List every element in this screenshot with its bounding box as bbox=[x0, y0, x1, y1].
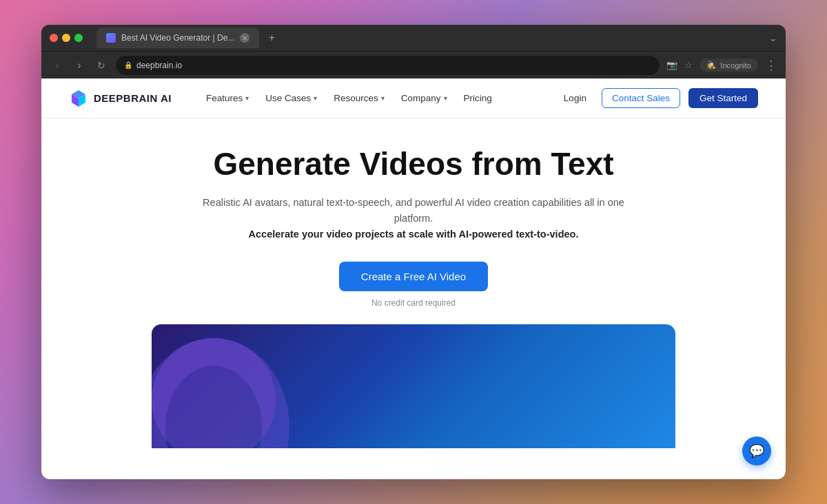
incognito-icon: 🕵️ bbox=[706, 61, 716, 70]
hero-subtitle-text: Realistic AI avatars, natural text-to-sp… bbox=[203, 197, 624, 224]
nav-company[interactable]: Company ▾ bbox=[394, 89, 454, 107]
features-chevron: ▾ bbox=[245, 94, 249, 102]
nav-links: Features ▾ Use Cases ▾ Resources ▾ Compa… bbox=[199, 89, 557, 107]
url-bar[interactable]: 🔒 deepbrain.io bbox=[116, 56, 660, 75]
security-icon: 🔒 bbox=[124, 61, 132, 69]
tab-favicon bbox=[106, 33, 116, 43]
incognito-label: Incognito bbox=[720, 61, 751, 70]
company-label: Company bbox=[401, 93, 441, 103]
tab-maximize: ⌄ bbox=[769, 32, 777, 43]
hero-title: Generate Videos from Text bbox=[213, 146, 613, 182]
active-tab[interactable]: Best AI Video Generator | De... ✕ bbox=[96, 28, 259, 48]
create-video-button[interactable]: Create a Free AI Video bbox=[339, 262, 488, 291]
resources-chevron: ▾ bbox=[381, 94, 385, 102]
hero-subtitle-bold: Accelerate your video projects at scale … bbox=[249, 229, 579, 240]
close-button[interactable] bbox=[50, 34, 58, 42]
address-bar: ‹ › ↻ 🔒 deepbrain.io 📷 ☆ 🕵️ Incognito ⋮ bbox=[41, 51, 786, 78]
video-background bbox=[152, 324, 675, 448]
tab-title: Best AI Video Generator | De... bbox=[121, 33, 234, 43]
no-card-text: No credit card required bbox=[371, 298, 456, 308]
use-cases-label: Use Cases bbox=[265, 93, 311, 103]
back-button[interactable]: ‹ bbox=[50, 58, 65, 73]
address-actions: 📷 ☆ 🕵️ Incognito ⋮ bbox=[666, 58, 777, 73]
pricing-label: Pricing bbox=[464, 93, 492, 103]
bookmark-icon[interactable]: ☆ bbox=[684, 60, 693, 70]
incognito-badge: 🕵️ Incognito bbox=[700, 59, 758, 72]
maximize-button[interactable] bbox=[74, 34, 83, 42]
use-cases-chevron: ▾ bbox=[314, 94, 317, 102]
hero-subtitle: Realistic AI avatars, natural text-to-sp… bbox=[193, 195, 634, 243]
refresh-button[interactable]: ↻ bbox=[94, 58, 109, 73]
window-controls bbox=[50, 34, 83, 42]
features-label: Features bbox=[206, 93, 243, 103]
nav-pricing[interactable]: Pricing bbox=[457, 89, 499, 107]
title-bar: Best AI Video Generator | De... ✕ + ⌄ bbox=[41, 25, 786, 51]
login-button[interactable]: Login bbox=[557, 89, 593, 107]
logo-icon bbox=[69, 89, 88, 108]
video-preview bbox=[152, 324, 675, 448]
website-nav: DEEPBRAIN AI Features ▾ Use Cases ▾ Reso… bbox=[41, 78, 786, 118]
nav-right: Login Contact Sales Get Started bbox=[557, 88, 758, 108]
cta-section: Create a Free AI Video No credit card re… bbox=[339, 262, 488, 308]
company-chevron: ▾ bbox=[444, 94, 447, 102]
hero-section: Generate Videos from Text Realistic AI a… bbox=[41, 118, 786, 479]
logo-text: DEEPBRAIN AI bbox=[94, 92, 172, 104]
minimize-button[interactable] bbox=[62, 34, 70, 42]
browser-menu-button[interactable]: ⋮ bbox=[765, 58, 777, 73]
logo[interactable]: DEEPBRAIN AI bbox=[69, 89, 172, 108]
nav-features[interactable]: Features ▾ bbox=[199, 89, 256, 107]
content-area: DEEPBRAIN AI Features ▾ Use Cases ▾ Reso… bbox=[41, 78, 786, 479]
url-text: deepbrain.io bbox=[136, 61, 182, 70]
forward-button[interactable]: › bbox=[72, 58, 87, 73]
contact-sales-button[interactable]: Contact Sales bbox=[602, 88, 680, 108]
browser-window: Best AI Video Generator | De... ✕ + ⌄ ‹ … bbox=[41, 25, 786, 479]
new-tab-button[interactable]: + bbox=[263, 30, 280, 46]
nav-use-cases[interactable]: Use Cases ▾ bbox=[258, 89, 324, 107]
nav-resources[interactable]: Resources ▾ bbox=[327, 89, 391, 107]
camera-icon: 📷 bbox=[666, 60, 677, 70]
tab-bar: Best AI Video Generator | De... ✕ + ⌄ bbox=[96, 28, 777, 48]
get-started-button[interactable]: Get Started bbox=[688, 88, 758, 108]
resources-label: Resources bbox=[334, 93, 378, 103]
tab-close-button[interactable]: ✕ bbox=[240, 33, 249, 43]
chat-widget-button[interactable]: 💬 bbox=[742, 437, 771, 465]
